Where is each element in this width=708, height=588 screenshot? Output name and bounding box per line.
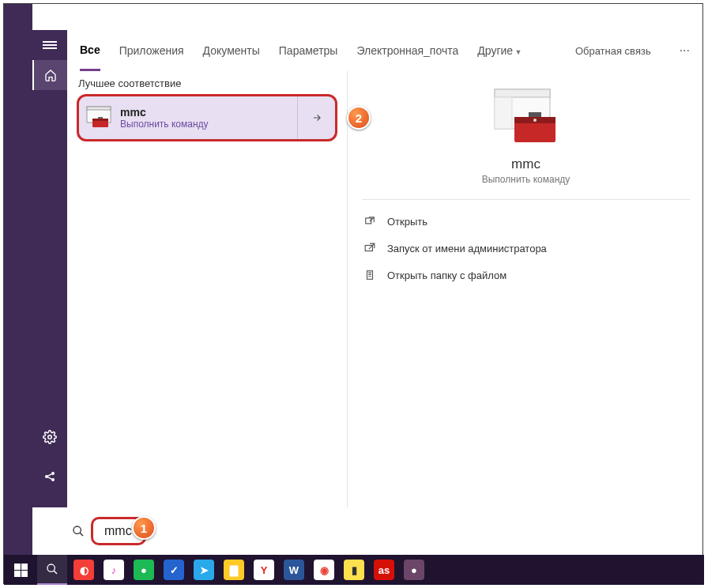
taskbar-app-yandex[interactable]: Y [249, 555, 279, 585]
action-list: Открыть Запуск от имени администратора О… [362, 200, 690, 288]
telegram-icon: ➤ [194, 560, 214, 580]
taskbar-app-pocketcasts[interactable]: ◐ [69, 555, 99, 585]
svg-rect-7 [87, 107, 111, 110]
tab-all[interactable]: Все [80, 31, 100, 71]
action-open[interactable]: Открыть [362, 208, 690, 235]
left-rail [32, 30, 67, 507]
notepad2-icon: ▮ [344, 560, 364, 580]
tabs-bar: Все Приложения Документы Параметры Элект… [67, 30, 704, 71]
tab-apps[interactable]: Приложения [119, 32, 184, 70]
home-icon [44, 69, 57, 81]
main-area: Лучшее соответствие mmc Выполнить команд… [67, 71, 704, 507]
preview-app-icon [491, 85, 562, 149]
settings-button[interactable] [32, 422, 67, 452]
svg-point-17 [533, 119, 537, 122]
outer-purple-bar [4, 4, 32, 555]
preview-pane: mmc Выполнить команду Открыть Запуск от … [347, 71, 704, 507]
windows-icon [14, 564, 28, 577]
spotify-icon: ● [134, 560, 154, 580]
taskbar-app-todo[interactable]: ✓ [159, 555, 189, 585]
admin-icon [363, 243, 376, 254]
svg-line-22 [80, 533, 83, 536]
result-title: mmc [120, 106, 209, 119]
action-open-label: Открыть [387, 216, 427, 228]
svg-rect-9 [92, 119, 108, 121]
preview-subtitle: Выполнить команду [482, 174, 571, 185]
yandex-icon: Y [254, 560, 274, 580]
action-run-admin-label: Запуск от имени администратора [387, 243, 547, 254]
taskbar-app-chrome[interactable]: ◉ [309, 555, 339, 585]
home-button[interactable] [32, 60, 67, 90]
taskbar-app-record[interactable]: ● [399, 555, 429, 585]
share-button[interactable] [32, 462, 67, 492]
taskbar-search-button[interactable] [37, 555, 67, 585]
svg-point-23 [47, 564, 55, 571]
more-button[interactable]: ··· [680, 43, 690, 58]
svg-rect-10 [98, 117, 103, 119]
taskbar-app-spotify[interactable]: ● [129, 555, 159, 585]
svg-rect-13 [495, 97, 512, 129]
pocketcasts-icon: ◐ [73, 560, 94, 580]
todo-icon: ✓ [164, 560, 184, 580]
hamburger-button[interactable] [32, 30, 67, 60]
search-icon [46, 563, 58, 575]
search-icon [72, 525, 86, 537]
lastfm-icon: as [374, 560, 394, 580]
taskbar: ◐♪●✓➤▇YW◉▮as● [4, 555, 704, 585]
itunes-icon: ♪ [104, 560, 124, 580]
svg-point-0 [48, 435, 52, 439]
svg-point-21 [73, 526, 81, 533]
search-row: mmc [67, 507, 704, 555]
taskbar-app-telegram[interactable]: ➤ [189, 555, 219, 585]
svg-line-4 [47, 474, 51, 477]
svg-line-5 [47, 477, 51, 480]
share-icon [43, 470, 56, 483]
action-open-folder-label: Открыть папку с файлом [387, 270, 507, 281]
results-column: Лучшее соответствие mmc Выполнить команд… [67, 71, 347, 507]
mmc-result-icon [85, 104, 112, 131]
taskbar-app-notepad2[interactable]: ▮ [339, 555, 369, 585]
taskbar-app-word[interactable]: W [279, 555, 309, 585]
tab-documents[interactable]: Документы [203, 32, 260, 70]
svg-rect-12 [495, 89, 550, 97]
result-item-mmc[interactable]: mmc Выполнить команду [77, 94, 337, 141]
tab-other[interactable]: Другие [477, 32, 522, 70]
action-open-folder[interactable]: Открыть папку с файлом [362, 262, 690, 288]
callout-2: 2 [347, 106, 371, 130]
taskbar-app-itunes[interactable]: ♪ [99, 555, 129, 585]
svg-rect-16 [529, 112, 541, 117]
open-icon [363, 216, 376, 227]
start-button[interactable] [6, 555, 36, 585]
result-subtitle: Выполнить команду [120, 119, 209, 130]
section-title: Лучшее соответствие [77, 77, 337, 89]
feedback-link[interactable]: Обратная связь [575, 45, 651, 57]
word-icon: W [284, 560, 304, 580]
chrome-icon: ◉ [314, 560, 334, 580]
result-expand-button[interactable] [297, 96, 335, 139]
record-icon: ● [404, 560, 424, 580]
tab-params[interactable]: Параметры [279, 32, 338, 70]
folder-icon [363, 270, 376, 281]
preview-title: mmc [511, 156, 540, 172]
gear-icon [43, 430, 57, 444]
taskbar-app-lastfm[interactable]: as [369, 555, 399, 585]
arrow-right-icon [311, 112, 322, 123]
hamburger-icon [43, 40, 57, 51]
taskbar-app-explorer[interactable]: ▇ [219, 555, 249, 585]
callout-1: 1 [132, 516, 156, 540]
tab-email[interactable]: Электронная_почта [356, 32, 458, 70]
window-frame: Все Приложения Документы Параметры Элект… [3, 3, 703, 584]
action-run-admin[interactable]: Запуск от имени администратора [362, 235, 690, 262]
explorer-icon: ▇ [224, 560, 244, 580]
svg-line-24 [54, 571, 57, 574]
